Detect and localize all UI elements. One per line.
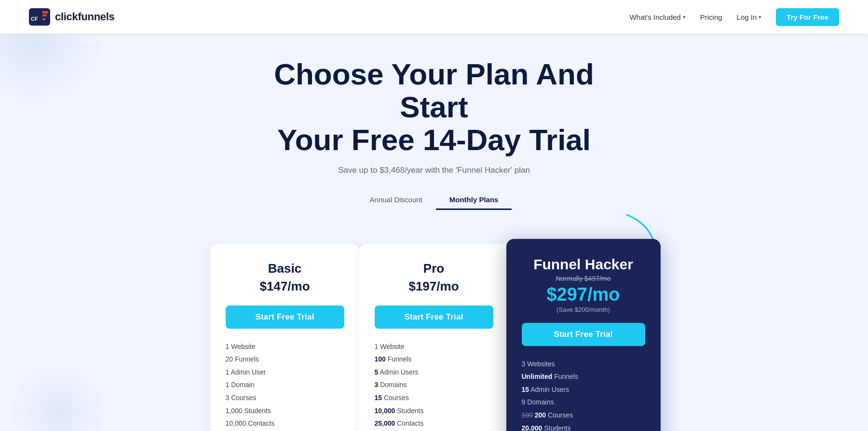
nav-whats-included[interactable]: What's Included ▾ <box>629 13 685 21</box>
chevron-down-icon: ▾ <box>683 14 686 20</box>
svg-text:CF: CF <box>31 16 38 22</box>
list-item: 5 Admin Users <box>375 366 493 379</box>
list-item: 1 Admin User <box>226 366 344 379</box>
plan-fh-name: Funnel Hacker <box>522 256 645 273</box>
tab-monthly[interactable]: Monthly Plans <box>436 191 512 210</box>
plan-fh-price-save: (Save $200/month) <box>522 306 645 313</box>
plan-fh-price-main: $297/mo <box>522 284 645 305</box>
plan-basic-cta[interactable]: Start Free Trial <box>226 306 344 329</box>
list-item: Unlimited Funnels <box>522 370 645 383</box>
plan-pro-name: Pro <box>375 261 493 276</box>
svg-rect-2 <box>42 11 48 14</box>
hero-section: Choose Your Plan And Start Your Free 14-… <box>0 34 868 244</box>
plan-pro-features: 1 Website 100 Funnels 5 Admin Users 3 Do… <box>375 340 493 431</box>
nav-links: What's Included ▾ Pricing Log In ▾ Try F… <box>629 8 839 26</box>
tab-annual[interactable]: Annual Discount <box>356 191 436 210</box>
logo[interactable]: CF clickfunnels <box>29 8 115 26</box>
try-for-free-button[interactable]: Try For Free <box>776 8 839 26</box>
plan-pro-price: $197/mo <box>375 279 493 294</box>
list-item: 3 Domains <box>375 378 493 391</box>
svg-rect-3 <box>42 14 47 16</box>
navigation: CF clickfunnels What's Included ▾ Pricin… <box>0 0 868 34</box>
plan-funnel-hacker: Funnel Hacker Normally $497/mo $297/mo (… <box>506 239 661 431</box>
plan-pro-cta[interactable]: Start Free Trial <box>375 306 493 329</box>
plan-tabs: Annual Discount Monthly Plans <box>10 191 858 210</box>
svg-rect-4 <box>42 18 45 20</box>
plans-container: Basic $147/mo Start Free Trial 1 Website… <box>0 244 868 431</box>
list-item: 100 Funnels <box>375 353 493 366</box>
list-item: 20,000 Students <box>522 422 645 431</box>
logo-text: clickfunnels <box>55 11 115 23</box>
logo-icon: CF <box>29 8 50 26</box>
list-item: 10,000 Students <box>375 404 493 417</box>
list-item: 25,000 Contacts <box>375 417 493 430</box>
nav-pricing[interactable]: Pricing <box>700 13 722 21</box>
plan-fh-price-normal: Normally $497/mo <box>522 275 645 282</box>
list-item: 1 Domain <box>226 378 344 391</box>
list-item: 1 Website <box>226 340 344 353</box>
plan-basic-features: 1 Website 20 Funnels 1 Admin User 1 Doma… <box>226 340 344 431</box>
plan-basic-name: Basic <box>226 261 344 276</box>
plan-pro: Pro $197/mo Start Free Trial 1 Website 1… <box>359 244 509 431</box>
plan-basic-price: $147/mo <box>226 279 344 294</box>
plan-fh-cta[interactable]: Start Free Trial <box>522 323 645 346</box>
list-item: 3 Courses <box>226 391 344 404</box>
plan-fh-features: 3 Websites Unlimited Funnels 15 Admin Us… <box>522 358 645 431</box>
chevron-down-icon: ▾ <box>759 14 761 20</box>
plan-basic: Basic $147/mo Start Free Trial 1 Website… <box>210 244 360 431</box>
nav-login[interactable]: Log In ▾ <box>737 13 762 21</box>
list-item: 3 Websites <box>522 358 645 371</box>
hero-subtitle: Save up to $3,468/year with the 'Funnel … <box>10 166 858 175</box>
list-item: 15 Admin Users <box>522 383 645 396</box>
hero-title: Choose Your Plan And Start Your Free 14-… <box>241 58 627 157</box>
list-item: 100 200 Courses <box>522 409 645 422</box>
list-item: 1,000 Students <box>226 404 344 417</box>
list-item: 20 Funnels <box>226 353 344 366</box>
list-item: 1 Website <box>375 340 493 353</box>
list-item: 9 Domains <box>522 396 645 409</box>
list-item: 10,000 Contacts <box>226 417 344 430</box>
list-item: 15 Courses <box>375 391 493 404</box>
